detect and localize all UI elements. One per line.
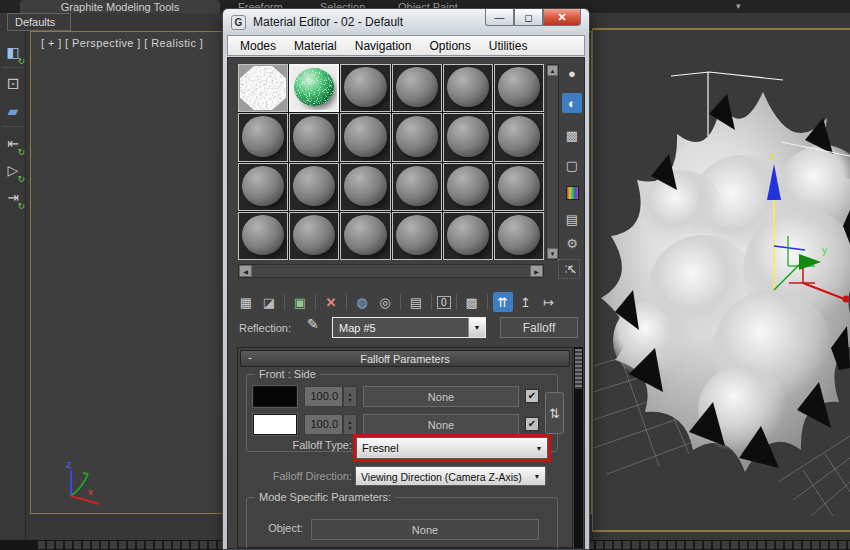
eyedropper-icon[interactable]: ✎ [307, 316, 319, 332]
backlight-icon[interactable]: ◐ [560, 92, 584, 114]
close-button[interactable]: ✕ [543, 9, 581, 26]
side-amount-field[interactable]: 100.0 [304, 414, 343, 435]
object-pick-button[interactable]: None [311, 519, 539, 540]
swap-colors-button[interactable]: ⇅ [545, 392, 564, 434]
map-name-dropdown[interactable]: Map #5 ▼ [332, 317, 486, 338]
primitives-icon[interactable]: ⚀ [0, 70, 26, 97]
sample-slot[interactable] [289, 212, 339, 260]
sample-type-icon[interactable]: ● [560, 62, 584, 84]
assign-material-to-selection-icon[interactable]: ▣ [290, 292, 310, 312]
material-sphere [344, 166, 386, 206]
make-preview-icon[interactable]: ▤ [560, 208, 584, 230]
sample-uv-tiling-icon[interactable]: ▢ [560, 154, 584, 176]
menu-item-material[interactable]: Material [294, 39, 337, 53]
side-amount-spinner[interactable]: ▴ ▾ [343, 414, 357, 435]
falloff-direction-dropdown[interactable]: Viewing Direction (Camera Z-Axis) ▼ [355, 466, 546, 486]
spinner-down-icon[interactable]: ▾ [348, 425, 351, 431]
sample-slot[interactable] [238, 113, 288, 161]
show-map-in-viewport-icon[interactable]: ▩ [462, 292, 482, 312]
menu-item-modes[interactable]: Modes [240, 39, 276, 53]
axis-z-label: Z [66, 460, 72, 470]
collapse-icon[interactable]: - [248, 351, 252, 365]
put-material-to-scene-icon[interactable]: ◪ [259, 292, 279, 312]
front-amount-field[interactable]: 100.0 [304, 386, 343, 407]
rollout-header[interactable]: - Falloff Parameters [240, 350, 570, 367]
toolbar-separator [487, 294, 488, 310]
sample-slot[interactable] [238, 212, 288, 260]
sample-slot[interactable] [289, 113, 339, 161]
sample-slot[interactable] [443, 163, 493, 211]
viewport-right[interactable]: z y [592, 28, 850, 532]
side-map-checkbox[interactable]: ✔ [525, 417, 539, 431]
window-titlebar[interactable]: G Material Editor - 02 - Default — ◻ ✕ [223, 9, 589, 35]
sample-slot-noise[interactable] [238, 64, 288, 112]
side-map-button[interactable]: None [363, 414, 519, 435]
sample-slot[interactable] [443, 64, 493, 112]
make-material-copy-icon[interactable]: ◍ [352, 292, 372, 312]
sample-slot[interactable] [340, 64, 390, 112]
sample-slot[interactable] [392, 113, 442, 161]
scroll-right-button[interactable]: ▶ [530, 265, 543, 277]
minimize-button[interactable]: — [485, 9, 514, 26]
spinner-down-icon[interactable]: ▾ [348, 397, 351, 403]
put-to-library-icon[interactable]: ▤ [406, 292, 426, 312]
scroll-down-button[interactable]: ▼ [547, 248, 558, 259]
front-map-checkbox[interactable]: ✔ [525, 389, 539, 403]
ribbon-overflow-icon[interactable]: ▾ [736, 1, 741, 11]
extrude-tool-icon[interactable]: ▰ [0, 97, 26, 124]
maximize-button[interactable]: ◻ [514, 9, 543, 26]
slots-horizontal-scrollbar[interactable]: ◀ ▶ [238, 264, 544, 278]
go-forward-to-sibling-icon[interactable]: ↦ [539, 292, 559, 312]
chevron-down-icon[interactable]: ▼ [468, 318, 485, 337]
menu-item-utilities[interactable]: Utilities [489, 39, 528, 53]
modifier-panel-icon[interactable]: ◧ ↻ [0, 38, 26, 65]
background-icon[interactable]: ▩ [560, 124, 584, 146]
play-animation-icon[interactable]: ▷ ↻ [0, 156, 26, 183]
sample-slot[interactable] [494, 212, 544, 260]
sample-slot[interactable] [340, 212, 390, 260]
sample-slot[interactable] [494, 113, 544, 161]
reset-map-icon[interactable]: ✕ [321, 292, 341, 312]
viewport-label[interactable]: [ + ] [ Perspective ] [ Realistic ] [41, 37, 203, 49]
front-map-button[interactable]: None [363, 386, 519, 407]
video-color-check-icon[interactable] [560, 182, 584, 204]
chevron-down-icon[interactable]: ▼ [529, 467, 545, 485]
go-to-start-icon[interactable]: ⇤ ↻ [0, 129, 26, 156]
front-color-swatch[interactable] [253, 386, 297, 407]
menu-item-navigation[interactable]: Navigation [355, 39, 412, 53]
sample-slot[interactable] [238, 163, 288, 211]
sample-slot[interactable] [443, 212, 493, 260]
tab-graphite-modeling-tools[interactable]: Graphite Modeling Tools [20, 0, 220, 13]
sample-slot[interactable] [494, 163, 544, 211]
scroll-left-button[interactable]: ◀ [239, 265, 252, 277]
sample-slot[interactable] [392, 212, 442, 260]
refresh-badge-icon: ↻ [17, 201, 25, 211]
go-to-parent-icon[interactable]: ↥ [516, 292, 536, 312]
show-end-result-icon[interactable]: ⇈ [493, 292, 513, 312]
material-id-channel-icon[interactable]: 0 [437, 296, 451, 309]
sample-slot[interactable] [443, 113, 493, 161]
sample-slot[interactable] [392, 163, 442, 211]
sample-slot[interactable] [340, 163, 390, 211]
chevron-down-icon[interactable]: ▼ [531, 438, 547, 458]
get-material-icon[interactable]: ▦ [236, 292, 256, 312]
defaults-dropdown[interactable]: Defaults [7, 13, 71, 31]
scroll-up-button[interactable]: ▲ [547, 65, 558, 76]
sample-slot[interactable] [392, 64, 442, 112]
sample-slot-active[interactable] [289, 64, 339, 112]
menu-item-options[interactable]: Options [429, 39, 470, 53]
map-type-button[interactable]: Falloff [500, 317, 578, 338]
material-sphere [498, 67, 540, 107]
front-amount-spinner[interactable]: ▴ ▾ [343, 386, 357, 407]
sample-slot[interactable] [340, 113, 390, 161]
select-by-material-icon[interactable]: ↖ [560, 258, 584, 280]
sample-slot[interactable] [494, 64, 544, 112]
make-unique-icon[interactable]: ◎ [375, 292, 395, 312]
slots-vertical-scrollbar[interactable]: ▲ ▼ [546, 64, 559, 260]
sample-slot[interactable] [289, 163, 339, 211]
scrollbar-thumb[interactable] [575, 349, 582, 389]
side-color-swatch[interactable] [253, 414, 297, 435]
parameters-scrollbar[interactable] [574, 347, 583, 548]
play-range-icon[interactable]: ⇥ ↻ [0, 183, 26, 210]
falloff-type-dropdown[interactable]: Fresnel ▼ [356, 437, 548, 459]
